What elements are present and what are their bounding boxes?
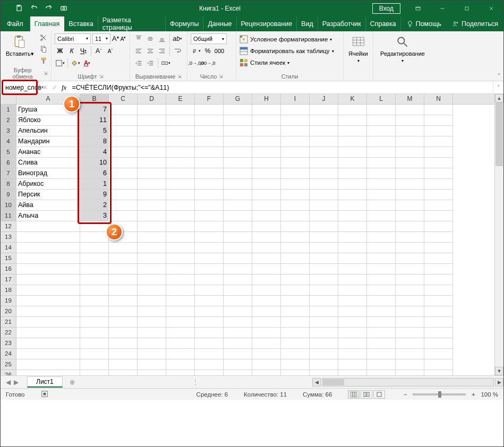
cell[interactable] — [138, 221, 166, 232]
currency-icon[interactable]: ₽▾ — [191, 46, 201, 56]
cell[interactable] — [281, 126, 310, 136]
cell[interactable] — [310, 359, 338, 370]
cell[interactable] — [166, 147, 195, 158]
cell[interactable] — [224, 211, 252, 221]
cell[interactable]: Виноград — [16, 168, 80, 179]
cell[interactable] — [281, 306, 310, 317]
cell[interactable] — [195, 190, 224, 200]
cell[interactable] — [367, 338, 396, 349]
cell[interactable] — [195, 158, 224, 168]
cell[interactable] — [252, 200, 281, 211]
cell[interactable] — [338, 168, 367, 179]
underline-button[interactable]: Ч▾ — [78, 46, 89, 56]
cell[interactable] — [310, 115, 338, 126]
cell[interactable] — [338, 158, 367, 168]
row-header[interactable]: 20 — [1, 306, 16, 317]
cell[interactable] — [310, 200, 338, 211]
row-header[interactable]: 18 — [1, 285, 16, 296]
cell[interactable] — [252, 285, 281, 296]
scroll-down-icon[interactable]: ▼ — [495, 367, 503, 375]
cell[interactable] — [16, 221, 80, 232]
cell[interactable] — [396, 126, 424, 136]
cell[interactable] — [109, 359, 138, 370]
number-format-select[interactable]: Общий▾ — [191, 33, 227, 44]
cell[interactable] — [252, 274, 281, 285]
cell[interactable] — [281, 221, 310, 232]
cell[interactable] — [138, 349, 166, 359]
cell[interactable] — [281, 253, 310, 264]
cell[interactable] — [224, 306, 252, 317]
cell[interactable] — [310, 147, 338, 158]
col-header-K[interactable]: K — [338, 94, 367, 104]
cell[interactable] — [16, 274, 80, 285]
cell[interactable] — [80, 243, 109, 253]
cell[interactable] — [138, 232, 166, 243]
zoom-in-icon[interactable]: + — [469, 391, 477, 398]
cell-styles-button[interactable]: Стили ячеек▾ — [240, 57, 334, 68]
tab-help[interactable]: Справка — [366, 16, 401, 31]
cell[interactable] — [338, 296, 367, 306]
cell[interactable] — [195, 168, 224, 179]
cell[interactable] — [424, 136, 453, 147]
expand-formula-bar-icon[interactable]: ˅ — [493, 81, 503, 93]
cell[interactable] — [166, 136, 195, 147]
cell[interactable] — [195, 136, 224, 147]
cell[interactable] — [281, 179, 310, 190]
cell[interactable]: Персик — [16, 190, 80, 200]
row-header[interactable]: 13 — [1, 232, 16, 243]
cells[interactable]: Груша7Яблоко11Апельсин5Мандарин8Ананас4С… — [16, 105, 503, 375]
align-top-icon[interactable] — [133, 33, 144, 44]
cell[interactable] — [367, 274, 396, 285]
cell[interactable] — [224, 126, 252, 136]
cell[interactable] — [424, 158, 453, 168]
cell[interactable] — [396, 147, 424, 158]
cell[interactable] — [195, 179, 224, 190]
font-grow-icon[interactable]: A▴ — [112, 35, 119, 42]
cell[interactable] — [224, 168, 252, 179]
save-icon[interactable] — [15, 4, 23, 13]
cell[interactable] — [338, 359, 367, 370]
cell[interactable] — [281, 338, 310, 349]
cell[interactable] — [80, 296, 109, 306]
view-page-break-icon[interactable] — [373, 390, 385, 399]
cell[interactable]: 4 — [80, 147, 109, 158]
cell[interactable] — [109, 190, 138, 200]
indent-decrease-icon[interactable] — [133, 58, 144, 68]
cell[interactable] — [195, 253, 224, 264]
format-as-table-button[interactable]: Форматировать как таблицу▾ — [240, 45, 334, 57]
cell[interactable] — [195, 147, 224, 158]
cell[interactable] — [424, 211, 453, 221]
cell[interactable] — [310, 317, 338, 328]
cell[interactable] — [195, 126, 224, 136]
cell[interactable] — [367, 147, 396, 158]
cell[interactable] — [138, 370, 166, 375]
cell[interactable] — [195, 200, 224, 211]
col-header-C[interactable]: C — [109, 94, 138, 104]
cell[interactable] — [195, 274, 224, 285]
redo-icon[interactable] — [45, 4, 53, 13]
cell[interactable] — [396, 349, 424, 359]
cell[interactable] — [252, 190, 281, 200]
cell[interactable] — [16, 243, 80, 253]
row-header[interactable]: 16 — [1, 264, 16, 274]
cell[interactable] — [310, 349, 338, 359]
cell[interactable] — [138, 190, 166, 200]
col-header-B[interactable]: B — [80, 94, 109, 104]
launcher-icon[interactable]: ⇲ — [219, 74, 223, 79]
cell[interactable] — [396, 221, 424, 232]
cell[interactable]: Алыча — [16, 211, 80, 221]
cell[interactable] — [338, 328, 367, 338]
cell[interactable] — [424, 264, 453, 274]
cell[interactable] — [281, 200, 310, 211]
cell[interactable] — [396, 190, 424, 200]
row-header[interactable]: 23 — [1, 338, 16, 349]
tab-view[interactable]: Вид — [297, 16, 318, 31]
cell[interactable] — [424, 179, 453, 190]
cell[interactable] — [224, 105, 252, 115]
cell[interactable] — [396, 179, 424, 190]
cell[interactable] — [252, 168, 281, 179]
cell[interactable] — [310, 211, 338, 221]
font-decrease-icon[interactable]: A˅ — [105, 46, 116, 56]
cell[interactable] — [424, 115, 453, 126]
hscroll-thumb[interactable] — [323, 379, 344, 385]
